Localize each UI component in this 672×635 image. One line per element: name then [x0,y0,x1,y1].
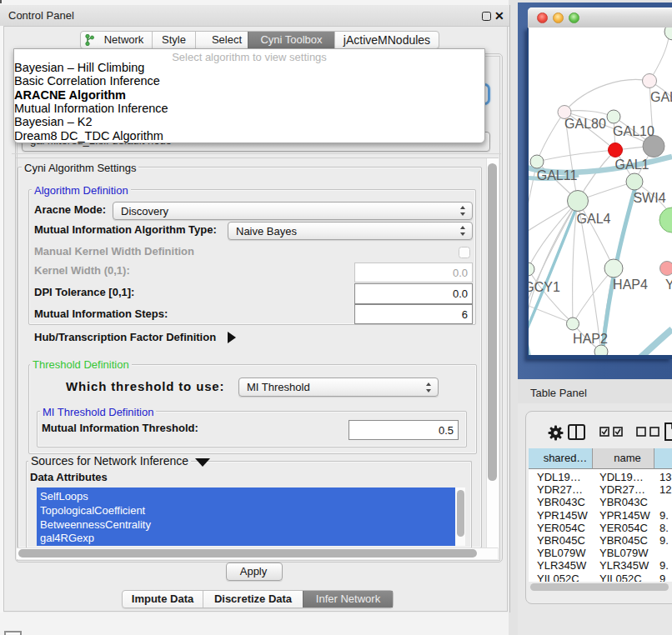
svg-text:GAL10: GAL10 [613,124,654,138]
svg-text:SWI4: SWI4 [633,191,665,205]
svg-text:GCY1: GCY1 [529,280,560,294]
svg-text:YD: YD [665,278,672,292]
svg-text:HAP2: HAP2 [573,332,608,346]
svg-text:GAL7: GAL7 [650,90,672,104]
svg-text:GAL1: GAL1 [615,158,649,172]
svg-text:HAP4: HAP4 [613,278,648,292]
svg-text:GAL11: GAL11 [537,168,578,182]
svg-text:GAL80: GAL80 [564,117,606,131]
svg-text:GAL4: GAL4 [577,212,611,226]
